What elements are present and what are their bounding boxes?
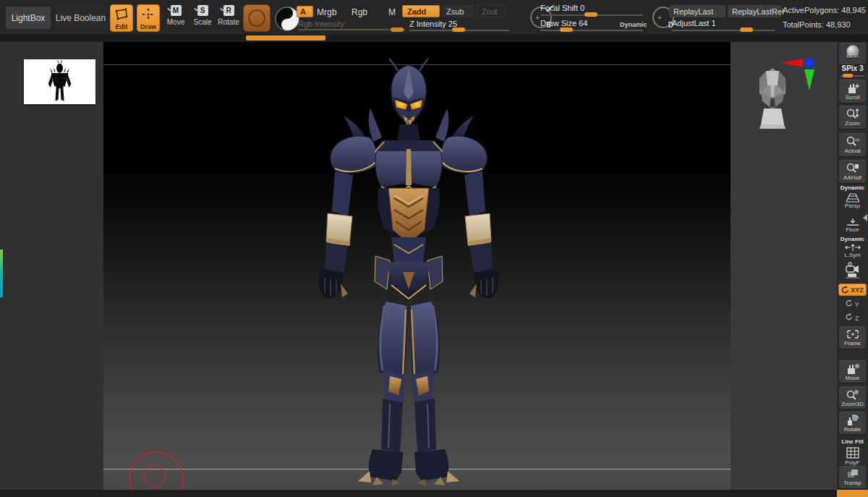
live-boolean-button[interactable]: Live Boolean	[55, 7, 106, 29]
edit-button[interactable]: Edit	[110, 4, 133, 32]
lightbox-label: LightBox	[12, 13, 46, 23]
rotate-3d-button[interactable]: Rotate	[839, 412, 866, 434]
character-model[interactable]	[300, 55, 517, 489]
a-label: A	[300, 7, 306, 16]
total-points-counter: TotalPoints: 48,930	[783, 20, 851, 29]
spix-slider-group: SPix 3	[837, 65, 868, 72]
lightbox-thumbnail[interactable]	[24, 59, 95, 104]
rotate-label: Rotate	[216, 18, 241, 26]
spix-label: SPix 3	[837, 65, 868, 72]
zcut-button[interactable]: Zcut	[477, 5, 506, 17]
aahalf-label: AAHalf	[839, 174, 866, 181]
frame-button[interactable]: Frame	[839, 326, 866, 349]
bpr-button[interactable]: BPR	[839, 43, 866, 64]
shelf-scroll-arrow-icon[interactable]	[863, 214, 867, 221]
axis-z-dot	[804, 58, 814, 68]
rotate-button[interactable]: R Rotate	[216, 5, 241, 33]
transp-button[interactable]: Transp	[839, 466, 866, 488]
top-toolbar: LightBox Live Boolean Edit Draw M Move	[0, 0, 868, 34]
rotate-y-icon	[846, 300, 853, 307]
perspective-grid-icon	[845, 192, 861, 203]
mrgb-button[interactable]: Mrgb	[317, 7, 336, 17]
z-intensity-label: Z Intensity 25	[409, 20, 457, 28]
y-rotation-button[interactable]: Y	[837, 300, 868, 308]
camera-lock-icon	[843, 261, 862, 280]
zsub-button[interactable]: Zsub	[442, 5, 474, 17]
rgb-intensity-slider[interactable]	[298, 29, 405, 30]
zoom3d-label: Zoom3D	[839, 401, 866, 407]
rgb-button[interactable]: Rgb	[352, 7, 367, 17]
local-symmetry-icon	[844, 244, 861, 252]
brush-cursor-inner	[142, 464, 166, 488]
polyhead-icon	[760, 68, 786, 129]
scroll-label: Scroll	[839, 94, 866, 101]
m-button[interactable]: M	[388, 7, 396, 17]
color-picker-strip[interactable]	[0, 250, 3, 297]
lightbox-button[interactable]: LightBox	[6, 7, 51, 29]
zoom3d-button[interactable]: Zoom3D	[839, 386, 866, 409]
a-button[interactable]: A	[297, 6, 313, 17]
persp-group[interactable]: Dynamic Persp	[837, 184, 868, 209]
z-rotation-button[interactable]: Z	[837, 313, 868, 322]
move-3d-button[interactable]: Move	[839, 360, 866, 383]
draw-label: Draw	[137, 23, 159, 30]
lsym-group[interactable]: Dynamic L.Sym	[837, 236, 868, 258]
focal-shift-label: Focal Shift 0	[540, 4, 584, 12]
draw-size-dynamic-label: Dynamic	[620, 21, 647, 28]
move-letter-icon: M	[171, 5, 182, 16]
polyf-group[interactable]: Line Fill PolyF	[837, 438, 868, 466]
move-label: Move	[163, 18, 188, 26]
replay-last-rel-button[interactable]: ReplayLastRel	[728, 5, 781, 17]
camera-button[interactable]	[837, 260, 868, 280]
divider-drag-handle[interactable]	[246, 35, 326, 41]
xyz-label: XYZ	[851, 286, 864, 294]
draw-size-handle[interactable]	[560, 27, 573, 32]
zbrush-window: LightBox Live Boolean Edit Draw M Move	[0, 0, 868, 497]
zadd-label: Zadd	[407, 7, 426, 16]
transp-label: Transp	[839, 480, 866, 486]
hand-rotate-icon	[846, 414, 860, 426]
move-button[interactable]: M Move	[163, 5, 188, 33]
persp-label: Persp	[837, 203, 868, 209]
toolbar-divider	[0, 34, 868, 42]
aahalf-button[interactable]: AAHalf	[839, 160, 866, 183]
replay-last-button[interactable]: ReplayLast	[669, 5, 726, 17]
viewport-canvas[interactable]	[103, 42, 731, 490]
spix-handle[interactable]	[843, 74, 853, 77]
brush-circle-icon	[248, 9, 265, 27]
camera-orientation-widget[interactable]	[752, 54, 822, 133]
zcut-label: Zcut	[482, 7, 497, 16]
magnifier-actual-icon: x1	[846, 135, 860, 148]
rgb-intensity-handle[interactable]	[391, 27, 404, 32]
current-brush-button[interactable]	[243, 4, 271, 32]
zoom-label: Zoom	[839, 120, 866, 127]
zoom-button[interactable]: Zoom	[839, 106, 866, 129]
line-fill-label: Line Fill	[837, 438, 868, 445]
draw-button[interactable]: Draw	[137, 4, 160, 32]
scale-button[interactable]: S Scale	[190, 5, 215, 33]
edit-polygon-icon	[114, 7, 129, 22]
adjust-last-handle[interactable]	[740, 27, 753, 32]
actual-button[interactable]: x1 Actual	[839, 133, 866, 156]
lsym-label: L.Sym	[837, 252, 868, 258]
adjust-last-slider[interactable]	[672, 30, 775, 31]
draw-size-slider[interactable]	[540, 30, 643, 31]
scale-label: Scale	[190, 18, 215, 26]
rotate-z-icon	[846, 313, 853, 320]
focal-shift-handle[interactable]	[584, 12, 597, 17]
lsym-dynamic-label: Dynamic	[837, 236, 868, 242]
magnifier-3d-icon	[846, 388, 860, 401]
zadd-button[interactable]: Zadd	[402, 5, 440, 17]
frame-icon	[846, 328, 860, 340]
replay-last-label: ReplayLast	[673, 7, 713, 16]
floor-icon	[846, 218, 860, 226]
scroll-button[interactable]: Scroll	[839, 80, 866, 103]
actual-label: Actual	[839, 148, 866, 154]
adjust-last-label: AdjustLast 1	[672, 19, 716, 27]
polyframe-grid-icon	[845, 446, 861, 459]
xyz-rotation-button[interactable]: XYZ	[838, 284, 867, 296]
persp-dynamic-label: Dynamic	[837, 184, 868, 191]
bottom-edge	[0, 490, 837, 497]
z-intensity-handle[interactable]	[452, 27, 465, 32]
replay-last-rel-label: ReplayLastRel	[732, 7, 784, 16]
